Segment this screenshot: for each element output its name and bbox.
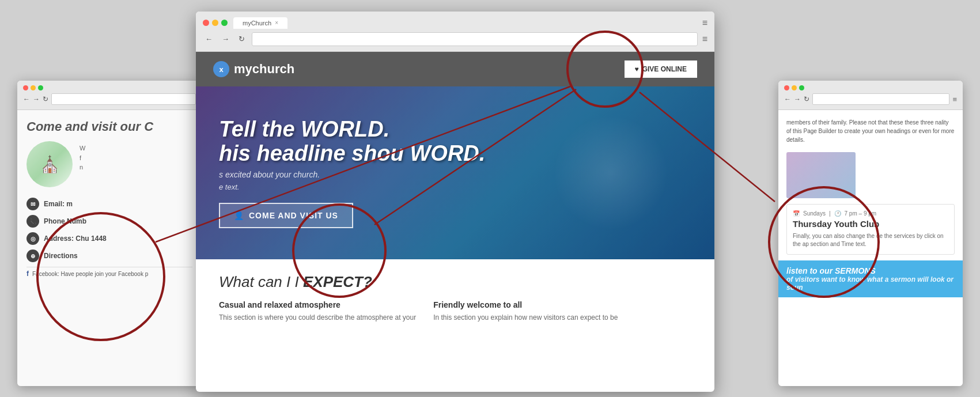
right-image-1 — [786, 152, 856, 198]
hero-title: Tell the WORLD. his headline shou WORD. — [219, 118, 485, 166]
right-address-bar[interactable] — [812, 93, 949, 105]
logo-icon: x — [213, 61, 229, 77]
church-icon: ⛪ — [40, 155, 60, 174]
phone-label: Phone Numb — [44, 217, 86, 225]
map-thumbnail: ⛪ — [27, 141, 73, 187]
directions-item: ⊕ Directions — [27, 249, 192, 262]
expect-col-1: Casual and relaxed atmosphere This secti… — [219, 300, 416, 323]
image-1-placeholder — [786, 152, 856, 198]
refresh-button[interactable]: ↻ — [236, 33, 247, 44]
r-tl-yellow — [792, 85, 797, 90]
address-item: ◎ Address: Chu 1448 — [27, 232, 192, 245]
chrome-bottom: ← → ↻ ≡ — [203, 32, 707, 46]
expect-col1-heading: Casual and relaxed atmosphere — [219, 300, 416, 309]
give-online-button[interactable]: ♥ GIVE ONLINE — [625, 61, 697, 78]
facebook-bar: f Facebook: Have people join your Facebo… — [27, 267, 192, 278]
facebook-text: Facebook: Have people join your Facebook… — [32, 271, 148, 277]
chrome-top: myChurch × ≡ — [203, 17, 707, 29]
traffic-light-green — [221, 20, 228, 26]
hero-content: Tell the WORLD. his headline shou WORD. … — [219, 118, 485, 229]
hero-subtitle1: s excited about your church. — [219, 170, 485, 179]
tab-label: myChurch — [243, 20, 271, 27]
right-image-row — [778, 152, 963, 204]
come-visit-button[interactable]: 👤 COME AND VISIT US — [219, 203, 353, 228]
event-day: Sundays — [803, 210, 826, 217]
right-back-button[interactable]: ← — [784, 95, 791, 103]
expect-col2-text: In this section you explain how new visi… — [433, 313, 618, 323]
expect-columns: Casual and relaxed atmosphere This secti… — [219, 300, 691, 323]
address-bar[interactable] — [252, 32, 698, 46]
browser-menu-button[interactable]: ≡ — [702, 18, 707, 28]
browser-menu-dots[interactable]: ≡ — [702, 34, 707, 44]
hero-section: Tell the WORLD. his headline shou WORD. … — [196, 86, 714, 259]
left-refresh-button[interactable]: ↻ — [43, 95, 48, 103]
traffic-lights — [203, 20, 228, 26]
phone-icon: 📞 — [27, 215, 39, 228]
right-refresh-button[interactable]: ↻ — [804, 95, 809, 103]
clock-icon: 🕐 — [834, 210, 841, 217]
left-browser-window: ← → ↻ Come and visit our C ⛪ Wfn ✉ Email… — [17, 81, 202, 386]
event-card: 📅 Sundays | 🕐 7 pm – 9 pm Thursday Youth… — [786, 204, 955, 255]
left-browser-chrome: ← → ↻ — [17, 81, 202, 110]
expect-col1-text: This section is where you could describe… — [219, 313, 416, 323]
left-back-button[interactable]: ← — [23, 95, 30, 103]
event-meta: 📅 Sundays | 🕐 7 pm – 9 pm — [793, 210, 948, 217]
email-label: Email: m — [44, 200, 73, 208]
right-traffic-lights — [784, 85, 957, 90]
tl-green — [38, 85, 43, 90]
traffic-light-red — [203, 20, 209, 26]
directions-icon: ⊕ — [27, 249, 39, 262]
tl-yellow — [31, 85, 36, 90]
traffic-light-yellow — [212, 20, 218, 26]
main-browser-window: myChurch × ≡ ← → ↻ ≡ x mychurch ♥ GIVE O… — [196, 12, 714, 392]
left-page-content: Come and visit our C ⛪ Wfn ✉ Email: m 📞 … — [17, 110, 202, 386]
address-icon: ◎ — [27, 232, 39, 245]
left-forward-button[interactable]: → — [33, 95, 40, 103]
right-nav-bar: ← → ↻ ≡ — [784, 93, 957, 105]
email-icon: ✉ — [27, 198, 39, 210]
right-browser-chrome: ← → ↻ ≡ — [778, 81, 963, 110]
event-description: Finally, you can also change the de the … — [793, 232, 948, 248]
hero-image — [553, 115, 668, 230]
event-time-separator: | — [829, 210, 831, 217]
phone-item: 📞 Phone Numb — [27, 215, 192, 228]
calendar-icon: 📅 — [793, 210, 800, 217]
sermons-bar: listen to our SERMONS of visitors want t… — [778, 260, 963, 297]
logo-text: mychurch — [234, 62, 294, 77]
expect-col-2: Friendly welcome to all In this section … — [433, 300, 618, 323]
browser-tab[interactable]: myChurch × — [233, 17, 287, 29]
expect-col2-heading: Friendly welcome to all — [433, 300, 618, 309]
right-page-content: members of their family. Please not that… — [778, 110, 963, 386]
event-time: 7 pm – 9 pm — [845, 210, 877, 217]
sermons-sub-text: of visitors want to know what a sermon w… — [786, 275, 955, 292]
r-tl-green — [799, 85, 804, 90]
right-body-text: members of their family. Please not that… — [778, 110, 963, 152]
event-title: Thursday Youth Club — [793, 219, 948, 229]
facebook-icon: f — [27, 270, 29, 278]
site-header: x mychurch ♥ GIVE ONLINE — [196, 52, 714, 86]
directions-label: Directions — [44, 252, 78, 260]
cta-label: COME AND VISIT US — [249, 211, 338, 220]
tl-red — [23, 85, 28, 90]
user-icon: 👤 — [234, 211, 244, 220]
give-online-label: GIVE ONLINE — [642, 65, 687, 73]
r-tl-red — [784, 85, 789, 90]
heart-icon: ♥ — [635, 65, 639, 73]
address-label: Address: Chu 1448 — [44, 235, 107, 243]
left-address-bar[interactable] — [51, 93, 196, 105]
tab-close-button[interactable]: × — [275, 20, 278, 26]
left-traffic-lights — [23, 85, 196, 90]
location-text: Wfn — [80, 141, 85, 192]
back-button[interactable]: ← — [203, 33, 215, 44]
left-nav-bar: ← → ↻ — [23, 93, 196, 105]
contact-items: ✉ Email: m 📞 Phone Numb ◎ Address: Chu 1… — [27, 198, 192, 262]
expect-section: What can I I EXPECT? Casual and relaxed … — [196, 259, 714, 336]
right-forward-button[interactable]: → — [794, 95, 801, 103]
browser-chrome: myChurch × ≡ ← → ↻ ≡ — [196, 12, 714, 52]
forward-button[interactable]: → — [220, 33, 232, 44]
sermons-label: listen to our SERMONS — [786, 266, 955, 275]
right-menu-icon[interactable]: ≡ — [952, 95, 957, 104]
site-logo: x mychurch — [213, 61, 294, 77]
hero-subtitle2: e text. — [219, 183, 485, 191]
email-item: ✉ Email: m — [27, 198, 192, 210]
